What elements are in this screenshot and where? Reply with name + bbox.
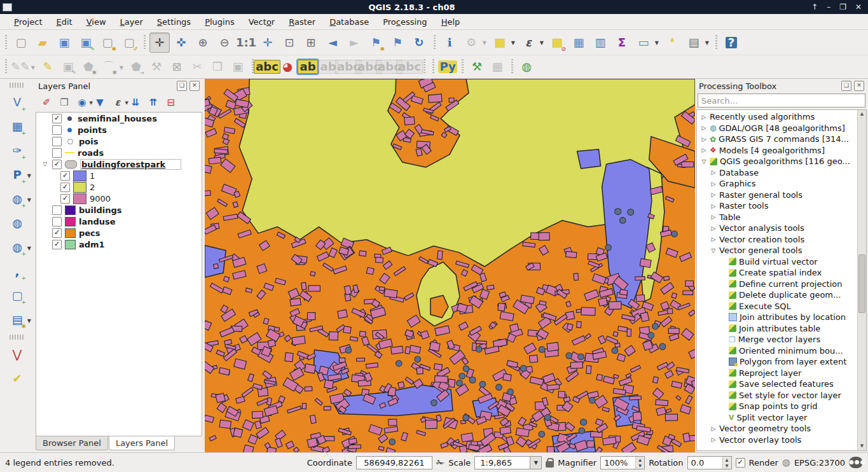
toolbox-item-build-virtual-vector[interactable]: Build virtual vector xyxy=(697,256,857,268)
coordinate-input[interactable]: 586949,82261 xyxy=(356,456,432,469)
toolbox-item-define-current-projection[interactable]: Define current projection xyxy=(697,279,857,290)
class-checkbox[interactable]: ✓ xyxy=(60,194,70,204)
add-feature-button[interactable]: ⬟✱ xyxy=(79,57,98,76)
tab-browser-panel[interactable]: Browser Panel xyxy=(36,436,108,450)
expander-icon[interactable]: ▷ xyxy=(701,114,707,120)
expander-icon[interactable]: ▷ xyxy=(710,436,717,443)
toolbox-item-create-spatial-index[interactable]: Create spatial index xyxy=(697,267,857,279)
python-console-button[interactable]: Py xyxy=(438,57,457,76)
add-group-button[interactable]: ❐ xyxy=(56,95,72,110)
rotation-up-icon[interactable]: ▲ xyxy=(723,457,731,463)
zoom-native-button[interactable]: 1:1 xyxy=(236,32,256,53)
measure-dropdown-icon[interactable]: ▼ xyxy=(655,40,659,46)
zoom-last-button[interactable]: ◄ xyxy=(322,32,343,53)
menu-view[interactable]: View xyxy=(80,16,113,28)
add-vector-layer-button[interactable]: V+ xyxy=(7,92,27,113)
float-panel-icon[interactable]: ❏ xyxy=(177,81,187,91)
toggle-editing-button[interactable]: ✎ xyxy=(38,57,57,76)
expander-icon[interactable]: ▷ xyxy=(710,426,717,432)
close-panel-icon[interactable]: ✕ xyxy=(854,81,864,91)
advanced-digitizing-button[interactable]: ⚒ xyxy=(147,57,166,76)
save-layer-edits-button[interactable]: ▣✎ xyxy=(59,57,78,76)
filter-legend-button[interactable]: ▼ xyxy=(92,95,108,110)
paste-features-button[interactable]: ▣ xyxy=(228,57,247,76)
geometry-checker-button[interactable]: ✔ xyxy=(7,368,27,389)
layer-checkbox[interactable] xyxy=(52,125,62,135)
tab-layers-panel[interactable]: Layers Panel xyxy=(109,436,175,450)
select-by-expression-button[interactable]: ε▼ xyxy=(518,32,539,53)
toolbox-item-set-style-for-vector-layer[interactable]: Set style for vector layer xyxy=(697,390,857,401)
select-features-button[interactable]: ■▼ xyxy=(490,32,510,53)
messages-icon[interactable]: ●●● xyxy=(849,457,863,468)
rotation-spinner[interactable]: 0.0 ▲▼ xyxy=(687,456,732,469)
coordinate-toggle-icon[interactable]: ✁ xyxy=(436,457,444,469)
layer-item-points[interactable]: points xyxy=(36,124,202,135)
show-bookmarks-button[interactable]: ⚑ xyxy=(387,32,408,53)
menu-raster[interactable]: Raster xyxy=(282,16,322,28)
zoom-in-button[interactable]: ⊕ xyxy=(193,32,213,53)
expander-icon[interactable]: ▷ xyxy=(710,169,717,176)
add-db-layer-button[interactable]: ▤✱▼ xyxy=(7,310,27,330)
toolbox-item-grass-gis-7-commands-314[interactable]: ▷✿GRASS GIS 7 commands [314... xyxy=(697,134,857,145)
expander-icon[interactable]: ▽ xyxy=(710,247,717,254)
rotation-down-icon[interactable]: ▼ xyxy=(723,462,731,469)
pan-map-button[interactable]: ✛ xyxy=(149,32,170,53)
toolbox-item-raster-tools[interactable]: ▷Raster tools xyxy=(697,200,857,212)
layer-checkbox[interactable] xyxy=(52,137,62,146)
toolbox-item-table[interactable]: ▷Table xyxy=(697,212,857,223)
current-edits-dropdown-icon[interactable]: ▼ xyxy=(31,65,35,71)
layer-item-roads[interactable]: roads xyxy=(36,147,202,158)
minimize-button[interactable]: – xyxy=(827,0,830,14)
add-wms-layer-button[interactable]: ◍+▼ xyxy=(7,189,27,209)
expander-icon[interactable]: ▷ xyxy=(710,214,717,220)
help-button[interactable]: ? xyxy=(721,32,741,53)
run-feature-action-button[interactable]: ⚙▼ xyxy=(461,32,481,53)
scroll-up-icon[interactable]: ▲ xyxy=(860,110,864,118)
add-spatialite-layer-button[interactable]: ✑+ xyxy=(7,141,27,161)
restore-button[interactable]: ❐ xyxy=(839,0,846,14)
toolbox-item-graphics[interactable]: ▷Graphics xyxy=(697,178,857,190)
move-feature-button[interactable]: ⬟→ xyxy=(127,57,146,76)
menu-database[interactable]: Database xyxy=(323,16,375,28)
layer-item-pecs[interactable]: ✓pecs xyxy=(36,227,202,239)
magnifier-up-icon[interactable]: ▲ xyxy=(636,457,644,463)
layer-item-buldingforestpark[interactable]: ▽✓buldingforestpark xyxy=(36,158,202,170)
toolbox-item-vector-general-tools[interactable]: ▽Vector general tools xyxy=(697,245,857,256)
toolbox-item-polygon-from-layer-extent[interactable]: Polygon from layer extent xyxy=(697,356,857,368)
toolbox-item-execute-sql[interactable]: Execute SQL xyxy=(697,301,857,312)
menu-plugins[interactable]: Plugins xyxy=(198,16,241,28)
toolbox-item-reproject-layer[interactable]: Reproject layer xyxy=(697,368,857,379)
expand-all-button[interactable]: ⇊ xyxy=(127,95,144,110)
node-tool-button[interactable]: ⌒✱▼ xyxy=(99,57,118,76)
epsg-code[interactable]: EPSG:23700 xyxy=(794,458,845,468)
select-by-expression-dropdown-icon[interactable]: ▼ xyxy=(540,40,544,46)
grass-region-button[interactable]: ▦ xyxy=(488,57,507,76)
class-checkbox[interactable]: ✓ xyxy=(60,183,70,192)
expander-icon[interactable]: ▷ xyxy=(710,225,717,232)
identify-features-button[interactable]: ℹ xyxy=(439,32,460,53)
toolbox-item-oriented-minimum-bou[interactable]: Oriented minimum bou... xyxy=(697,345,857,357)
toolbox-item-vector-creation-tools[interactable]: ▷Vector creation tools xyxy=(697,234,857,246)
add-delimited-text-layer-button[interactable]: ,+ xyxy=(7,261,27,282)
toolbox-scrollbar[interactable]: ▲ ▼ xyxy=(857,110,866,450)
expander-icon[interactable]: ▷ xyxy=(701,125,707,131)
zoom-full-button[interactable]: ✛ xyxy=(258,32,278,53)
copy-features-button[interactable]: ❐ xyxy=(208,57,227,76)
crs-icon[interactable]: ◍ xyxy=(782,457,790,468)
add-raster-layer-button[interactable]: ▦+ xyxy=(7,116,27,137)
toolbox-item-vector-geometry-tools[interactable]: ▷Vector geometry tools xyxy=(697,423,857,434)
measure-button[interactable]: ▭▼ xyxy=(633,32,654,53)
composer-manager-button[interactable]: ▢✐ xyxy=(119,32,139,53)
magnifier-spinner[interactable]: 100% ▲▼ xyxy=(600,456,645,469)
layer-item-pois[interactable]: pois xyxy=(36,135,202,147)
toolbox-item-snap-points-to-grid[interactable]: Snap points to grid xyxy=(697,401,857,412)
magnifier-down-icon[interactable]: ▼ xyxy=(636,462,644,469)
new-bookmark-button[interactable]: ⚑✱ xyxy=(366,32,386,53)
render-checkbox[interactable]: ✓ xyxy=(736,458,745,468)
deselect-all-button[interactable]: ■⊘ xyxy=(547,32,567,53)
topology-checker-button[interactable]: ⋁ xyxy=(7,344,27,364)
delete-selected-button[interactable]: ⊠ xyxy=(167,57,186,76)
menu-processing[interactable]: Processing xyxy=(376,16,433,28)
new-project-button[interactable]: ▢ xyxy=(11,32,31,53)
manage-visibility-button[interactable]: ◉▼ xyxy=(74,95,90,110)
